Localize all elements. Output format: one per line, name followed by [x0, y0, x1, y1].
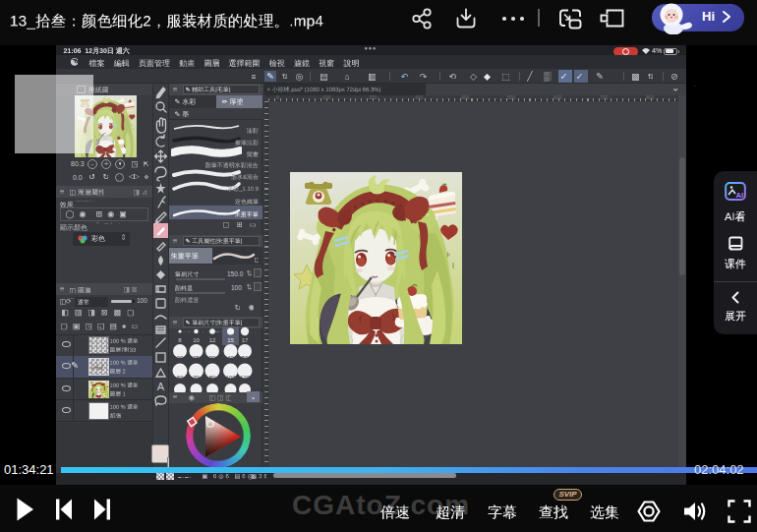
svg-text:12: 12 [209, 337, 216, 343]
svg-text:50: 50 [242, 355, 249, 361]
svg-text:80: 80 [209, 375, 216, 381]
svg-text:8: 8 [178, 337, 182, 343]
svg-text:30: 30 [209, 355, 216, 361]
svg-text:AI: AI [736, 191, 744, 200]
svg-text:17: 17 [242, 337, 249, 343]
svg-text:20: 20 [177, 355, 184, 361]
svg-text:25: 25 [193, 355, 200, 361]
svg-text:120: 120 [240, 375, 251, 381]
svg-text:A: A [157, 381, 165, 392]
svg-text:10: 10 [193, 337, 200, 343]
svg-text:60: 60 [177, 375, 184, 381]
svg-text:15: 15 [227, 337, 234, 343]
svg-text:40: 40 [227, 355, 234, 361]
svg-text:70: 70 [193, 375, 200, 381]
svg-text:100: 100 [225, 375, 236, 381]
